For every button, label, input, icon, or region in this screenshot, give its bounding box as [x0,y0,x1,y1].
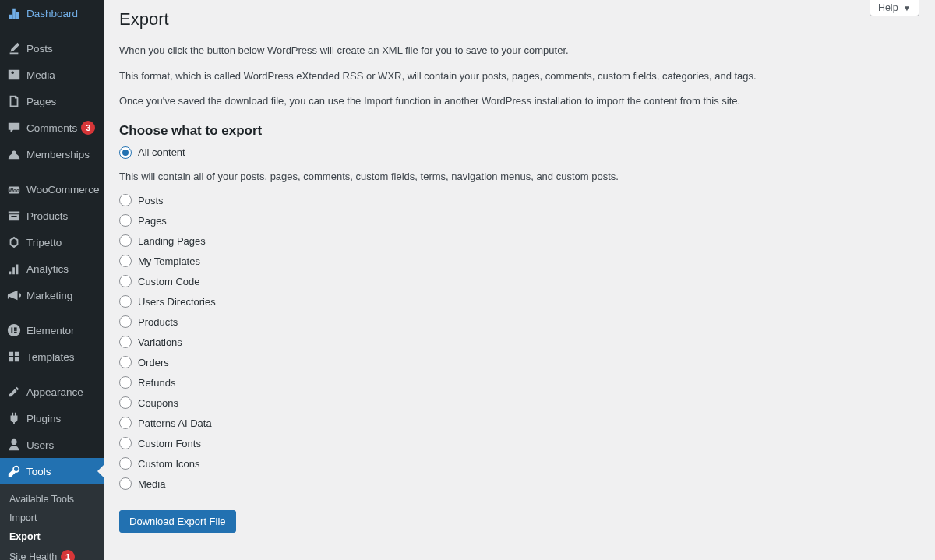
sidebar-item-woocommerce[interactable]: WooWooCommerce [0,176,104,203]
help-tab[interactable]: Help ▼ [870,0,919,16]
radio-all-content[interactable] [119,146,132,159]
media-icon [6,67,22,83]
all-content-description: This will contain all of your posts, pag… [119,169,919,185]
radio-custom-code[interactable] [119,275,132,287]
radio-label-my-templates: My Templates [138,255,200,267]
submenu-item-import[interactable]: Import [0,509,104,527]
products-icon [6,208,22,224]
radio-custom-fonts[interactable] [119,437,132,449]
sidebar-item-label: WooCommerce [26,184,100,195]
submenu-item-export[interactable]: Export [0,527,104,546]
submenu-item-site-health[interactable]: Site Health1 [0,546,104,560]
export-option-users-directories[interactable]: Users Directories [119,295,919,308]
radio-coupons[interactable] [119,396,132,409]
sidebar-item-label: Memberships [26,149,90,160]
sidebar-item-label: Appearance [26,386,83,398]
radio-refunds[interactable] [119,376,132,389]
radio-label-posts: Posts [138,195,164,206]
sidebar-item-products[interactable]: Products [0,203,104,229]
radio-label-refunds: Refunds [138,377,175,389]
radio-variations[interactable] [119,336,132,348]
sidebar-item-pages[interactable]: Pages [0,88,104,114]
radio-label-patterns-ai-data: Patterns AI Data [138,417,212,429]
submenu-item-label: Available Tools [9,494,74,505]
sidebar-item-label: Tripetto [26,237,62,248]
radio-label-coupons: Coupons [138,397,178,409]
sidebar-item-appearance[interactable]: Appearance [0,379,104,405]
sidebar-item-label: Comments [26,122,77,134]
sidebar-item-plugins[interactable]: Plugins [0,405,104,431]
chevron-down-icon: ▼ [903,4,911,12]
analytics-icon [6,261,22,276]
tripetto-icon [6,234,22,250]
export-option-posts[interactable]: Posts [119,194,919,206]
export-option-products[interactable]: Products [119,315,919,328]
svg-rect-6 [14,332,17,333]
export-option-landing-pages[interactable]: Landing Pages [119,234,919,247]
sidebar-item-analytics[interactable]: Analytics [0,255,104,282]
radio-my-templates[interactable] [119,255,132,267]
export-option-variations[interactable]: Variations [119,336,919,348]
intro-text-3: Once you've saved the download file, you… [119,93,919,109]
radio-patterns-ai-data[interactable] [119,417,132,429]
radio-users-directories[interactable] [119,295,132,308]
radio-label-media: Media [138,478,165,490]
sidebar-item-tools[interactable]: Tools [0,458,104,484]
sidebar-item-label: Plugins [26,413,61,424]
radio-media[interactable] [119,477,132,490]
export-option-all-content[interactable]: All content [119,146,919,159]
submenu-tools: Available ToolsImportExportSite Health1E… [0,484,104,560]
sidebar-item-elementor[interactable]: Elementor [0,317,104,343]
sidebar-item-media[interactable]: Media [0,62,104,88]
sidebar-item-templates[interactable]: Templates [0,343,104,370]
export-option-coupons[interactable]: Coupons [119,396,919,409]
export-option-custom-icons[interactable]: Custom Icons [119,457,919,470]
badge: 3 [81,121,95,135]
radio-orders[interactable] [119,356,132,368]
intro-text-2: This format, which is called WordPress e… [119,69,919,84]
sidebar-item-dashboard[interactable]: Dashboard [0,0,104,26]
radio-posts[interactable] [119,194,132,206]
download-export-button[interactable]: Download Export File [119,510,236,533]
svg-text:Woo: Woo [9,188,19,193]
radio-products[interactable] [119,315,132,328]
sidebar-item-memberships[interactable]: Memberships [0,141,104,167]
export-option-refunds[interactable]: Refunds [119,376,919,389]
memberships-icon [6,146,22,162]
submenu-item-label: Import [9,512,37,523]
sidebar-item-users[interactable]: Users [0,431,104,458]
sidebar-item-tripetto[interactable]: Tripetto [0,229,104,255]
radio-label-custom-icons: Custom Icons [138,458,199,470]
radio-label-variations: Variations [138,336,182,348]
radio-custom-icons[interactable] [119,457,132,470]
sidebar-item-comments[interactable]: Comments3 [0,114,104,141]
export-option-pages[interactable]: Pages [119,214,919,227]
radio-label-pages: Pages [138,215,167,227]
sidebar-item-label: Users [26,439,54,451]
export-option-media[interactable]: Media [119,477,919,490]
submenu-item-label: Export [9,531,41,542]
export-option-my-templates[interactable]: My Templates [119,255,919,267]
sidebar-item-label: Marketing [26,290,72,301]
export-option-patterns-ai-data[interactable]: Patterns AI Data [119,417,919,429]
radio-label-orders: Orders [138,357,169,368]
appearance-icon [6,384,22,400]
export-option-custom-code[interactable]: Custom Code [119,275,919,287]
radio-pages[interactable] [119,214,132,227]
page-title: Export [119,0,919,33]
tools-icon [6,463,22,479]
menu-separator [0,29,104,33]
sidebar-item-posts[interactable]: Posts [0,35,104,62]
submenu-item-available-tools[interactable]: Available Tools [0,490,104,509]
radio-label-custom-fonts: Custom Fonts [138,438,201,449]
svg-rect-4 [14,327,17,329]
radio-label-custom-code: Custom Code [138,276,199,287]
sidebar-item-marketing[interactable]: Marketing [0,282,104,308]
radio-landing-pages[interactable] [119,234,132,247]
export-option-orders[interactable]: Orders [119,356,919,368]
svg-rect-3 [11,327,12,333]
sidebar-item-label: Tools [26,466,51,477]
sidebar-item-label: Media [26,69,55,81]
templates-icon [6,349,22,365]
export-option-custom-fonts[interactable]: Custom Fonts [119,437,919,449]
